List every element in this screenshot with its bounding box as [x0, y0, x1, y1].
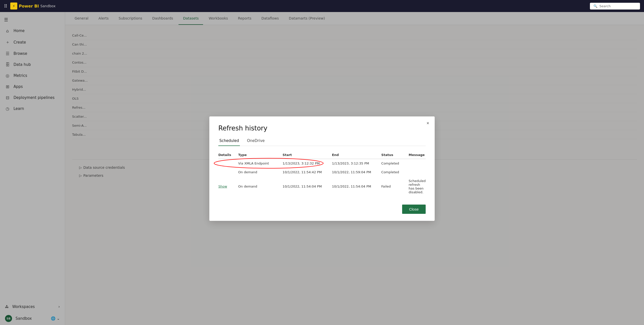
refresh-table: Details Type Start End Status Message	[218, 151, 426, 197]
row2-details	[218, 168, 238, 177]
col-header-type: Type	[238, 151, 282, 159]
row3-end: 10/1/2022, 11:54:04 PM	[332, 177, 381, 197]
row1-message	[409, 159, 426, 168]
row1-status: Completed	[381, 159, 409, 168]
modal-tab-bar: Scheduled OneDrive	[218, 137, 426, 146]
col-header-message: Message	[409, 151, 426, 159]
col-header-end: End	[332, 151, 381, 159]
topbar-logo-text: Power BI	[19, 4, 39, 9]
row1-details	[218, 159, 238, 168]
table-row: Show On demand 10/1/2022, 11:54:04 PM 10…	[218, 177, 426, 197]
powerbi-icon: ⚡	[10, 3, 17, 10]
col-header-details: Details	[218, 151, 238, 159]
waffle-icon[interactable]: ⠿	[4, 4, 7, 9]
modal-close-button[interactable]: ×	[426, 121, 429, 125]
row3-message: Scheduled refresh has been disabled.	[409, 177, 426, 197]
row2-start: 10/1/2022, 11:54:42 PM	[283, 168, 332, 177]
row3-start: 10/1/2022, 11:54:04 PM	[283, 177, 332, 197]
col-header-status: Status	[381, 151, 409, 159]
row1-type: Via XMLA Endpoint	[238, 159, 282, 168]
search-icon: 🔍	[593, 4, 597, 8]
topbar-logo: ⚡ Power BI Sandbox	[10, 3, 56, 10]
search-box[interactable]: 🔍 Search	[590, 3, 640, 10]
row1-start: 1/13/2023, 3:12:32 PM	[283, 159, 332, 168]
row3-type: On demand	[238, 177, 282, 197]
modal-tab-scheduled[interactable]: Scheduled	[218, 137, 240, 146]
table-row: On demand 10/1/2022, 11:54:42 PM 10/1/20…	[218, 168, 426, 177]
table-row: Via XMLA Endpoint 1/13/2023, 3:12:32 PM …	[218, 159, 426, 168]
row3-status: Failed	[381, 177, 409, 197]
row2-type: On demand	[238, 168, 282, 177]
topbar-left: ⠿ ⚡ Power BI Sandbox	[4, 3, 56, 10]
table-header-row: Details Type Start End Status Message	[218, 151, 426, 159]
topbar: ⠿ ⚡ Power BI Sandbox 🔍 Search	[0, 0, 644, 12]
row3-details[interactable]: Show	[218, 177, 238, 197]
modal-tab-onedrive[interactable]: OneDrive	[246, 137, 266, 146]
row2-end: 10/1/2022, 11:59:04 PM	[332, 168, 381, 177]
topbar-workspace: Sandbox	[40, 4, 56, 8]
row2-status: Completed	[381, 168, 409, 177]
row1-end: 1/13/2023, 3:12:35 PM	[332, 159, 381, 168]
show-link[interactable]: Show	[218, 185, 227, 188]
row2-message	[409, 168, 426, 177]
search-label: Search	[599, 4, 611, 8]
close-button[interactable]: Close	[402, 205, 426, 214]
modal-title: Refresh history	[218, 124, 426, 132]
col-header-start: Start	[283, 151, 332, 159]
modal-footer: Close	[218, 205, 426, 214]
modal-overlay: Refresh history × Scheduled OneDrive Det…	[0, 12, 644, 325]
refresh-history-modal: Refresh history × Scheduled OneDrive Det…	[209, 116, 435, 221]
